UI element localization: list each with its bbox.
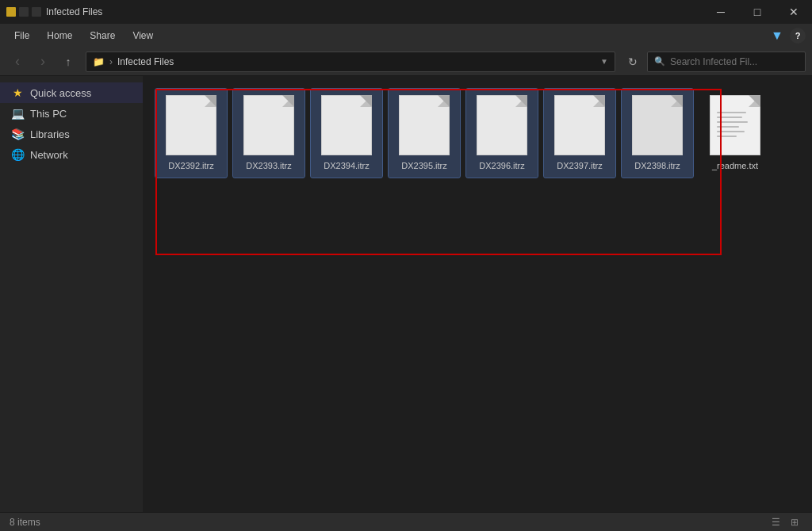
back-button[interactable]: ‹ [6, 51, 29, 73]
title-bar-left: Infected Files [6, 6, 102, 17]
title-bar: Infected Files ─ □ ✕ [0, 0, 812, 24]
files-grid: DX2392.itrz DX2393.itrz [155, 89, 799, 178]
status-item-count: 8 items [10, 517, 40, 528]
title-bar-controls: ─ □ ✕ [703, 0, 812, 24]
up-button[interactable]: ↑ [57, 51, 79, 73]
sidebar-item-libraries[interactable]: 📚 Libraries [0, 124, 143, 144]
sidebar-item-network[interactable]: 🌐 Network [0, 144, 143, 165]
list-item[interactable]: DX2398.itrz [622, 89, 693, 178]
file-name-4: DX2395.itrz [401, 160, 446, 171]
sidebar: ★ Quick access 💻 This PC 📚 Libraries 🌐 N… [0, 76, 143, 512]
list-item[interactable]: DX2392.itrz [155, 89, 227, 178]
close-button[interactable]: ✕ [776, 0, 812, 24]
file-name-7: DX2398.itrz [634, 160, 680, 171]
minimize-button[interactable]: ─ [703, 0, 739, 24]
search-bar[interactable]: 🔍 [647, 52, 806, 72]
libraries-icon: 📚 [11, 128, 24, 140]
network-icon: 🌐 [11, 148, 24, 161]
file-name-5: DX2396.itrz [479, 160, 524, 171]
file-icon-5 [477, 95, 527, 155]
help-button[interactable]: ? [790, 28, 806, 44]
search-icon: 🔍 [654, 56, 665, 67]
status-bar: 8 items ☰ ⊞ [0, 512, 812, 531]
maximize-button[interactable]: □ [739, 0, 776, 24]
address-bar[interactable]: 📁 › Infected Files ▼ [86, 52, 615, 72]
file-name-3: DX2394.itrz [324, 160, 369, 171]
file-icon-8 [710, 95, 760, 155]
file-icon-4 [399, 95, 450, 155]
title-icon-2 [19, 7, 29, 17]
title-bar-icons [6, 7, 41, 17]
refresh-button[interactable]: ↻ [622, 51, 644, 73]
search-input[interactable] [670, 56, 799, 67]
menu-home[interactable]: Home [39, 27, 80, 44]
file-icon-3 [321, 95, 372, 155]
file-icon-1 [166, 95, 216, 155]
file-icon-7 [632, 95, 683, 155]
file-icon-2 [243, 95, 294, 155]
file-name-8: _readme.txt [712, 160, 758, 171]
sidebar-label-quick-access: Quick access [30, 87, 91, 99]
title-icon-1 [6, 7, 16, 17]
address-dropdown-icon[interactable]: ▼ [600, 57, 608, 66]
file-name-1: DX2392.itrz [168, 160, 213, 171]
pc-icon: 💻 [11, 107, 24, 120]
file-name-2: DX2393.itrz [246, 160, 291, 171]
sidebar-item-this-pc[interactable]: 💻 This PC [0, 103, 143, 124]
file-area: DX2392.itrz DX2393.itrz [143, 76, 812, 512]
menu-file[interactable]: File [6, 27, 37, 44]
address-path: Infected Files [117, 56, 596, 67]
menu-share[interactable]: Share [82, 27, 123, 44]
window-title: Infected Files [46, 6, 102, 17]
main-content: ★ Quick access 💻 This PC 📚 Libraries 🌐 N… [0, 76, 812, 512]
options-button[interactable]: ▼ [766, 25, 788, 47]
list-item[interactable]: DX2397.itrz [544, 89, 615, 178]
title-icon-3 [32, 7, 41, 17]
view-list-button[interactable]: ☰ [768, 516, 783, 529]
address-separator: › [109, 56, 113, 67]
file-name-6: DX2397.itrz [557, 160, 602, 171]
list-item[interactable]: DX2394.itrz [311, 89, 382, 178]
list-item[interactable]: DX2393.itrz [233, 89, 304, 178]
sidebar-item-quick-access[interactable]: ★ Quick access [0, 82, 143, 103]
sidebar-label-libraries: Libraries [30, 128, 70, 140]
menu-bar: File Home Share View ▼ ? [0, 24, 812, 48]
list-item[interactable]: DX2395.itrz [389, 89, 460, 178]
explorer-window: Infected Files ─ □ ✕ File Home Share Vie… [0, 0, 812, 531]
sidebar-label-network: Network [30, 149, 68, 161]
status-view-icons: ☰ ⊞ [768, 516, 802, 529]
menu-view[interactable]: View [124, 27, 161, 44]
list-item[interactable]: DX2396.itrz [466, 89, 538, 178]
star-icon: ★ [11, 86, 24, 99]
view-grid-button[interactable]: ⊞ [787, 516, 802, 529]
address-folder-icon: 📁 [93, 56, 105, 67]
toolbar: ‹ › ↑ 📁 › Infected Files ▼ ↻ 🔍 [0, 48, 812, 76]
file-icon-6 [554, 95, 605, 155]
list-item[interactable]: _readme.txt [699, 89, 771, 178]
forward-button[interactable]: › [32, 51, 54, 73]
sidebar-label-this-pc: This PC [30, 108, 67, 120]
